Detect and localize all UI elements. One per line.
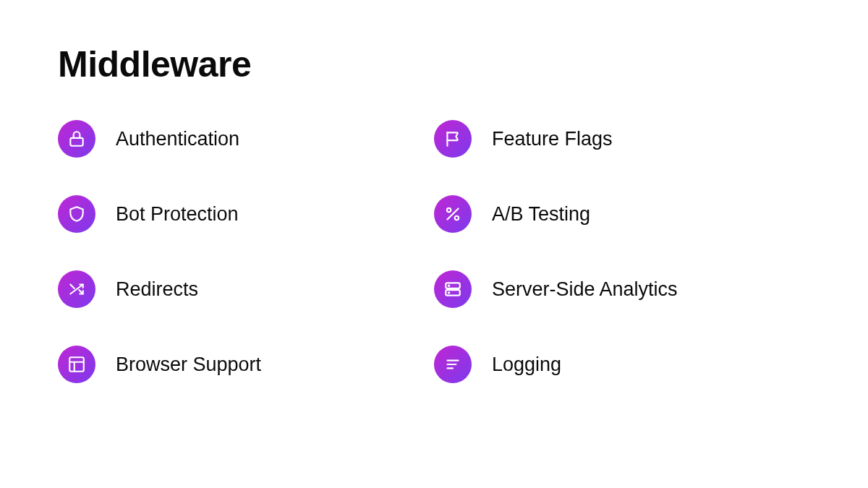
- feature-label: Server-Side Analytics: [492, 278, 678, 301]
- logs-icon: [434, 346, 472, 383]
- feature-item-ab-testing: A/B Testing: [434, 195, 781, 233]
- shuffle-icon: [58, 270, 95, 308]
- layout-icon: [58, 346, 95, 383]
- lock-icon: [58, 120, 95, 158]
- feature-label: Redirects: [116, 278, 198, 301]
- svg-line-1: [447, 208, 458, 219]
- feature-item-feature-flags: Feature Flags: [434, 120, 781, 158]
- shield-icon: [58, 195, 95, 233]
- svg-point-2: [447, 208, 451, 212]
- feature-item-server-analytics: Server-Side Analytics: [434, 270, 781, 308]
- server-icon: [434, 270, 472, 308]
- feature-item-browser-support: Browser Support: [58, 346, 405, 383]
- feature-item-bot-protection: Bot Protection: [58, 195, 405, 233]
- feature-label: Logging: [492, 354, 561, 376]
- feature-label: Authentication: [116, 128, 239, 150]
- feature-item-redirects: Redirects: [58, 270, 405, 308]
- svg-point-3: [455, 216, 459, 220]
- svg-point-6: [448, 285, 449, 286]
- svg-point-7: [448, 292, 449, 293]
- feature-item-authentication: Authentication: [58, 120, 405, 158]
- flag-icon: [434, 120, 472, 158]
- feature-grid: Authentication Feature Flags Bot Protect…: [58, 120, 781, 383]
- svg-rect-0: [70, 138, 82, 146]
- svg-rect-8: [69, 357, 84, 372]
- feature-label: Feature Flags: [492, 128, 613, 150]
- feature-label: Bot Protection: [116, 203, 239, 226]
- feature-label: A/B Testing: [492, 203, 590, 226]
- percent-icon: [434, 195, 472, 233]
- feature-label: Browser Support: [116, 354, 261, 376]
- page-title: Middleware: [58, 43, 810, 85]
- feature-item-logging: Logging: [434, 346, 781, 383]
